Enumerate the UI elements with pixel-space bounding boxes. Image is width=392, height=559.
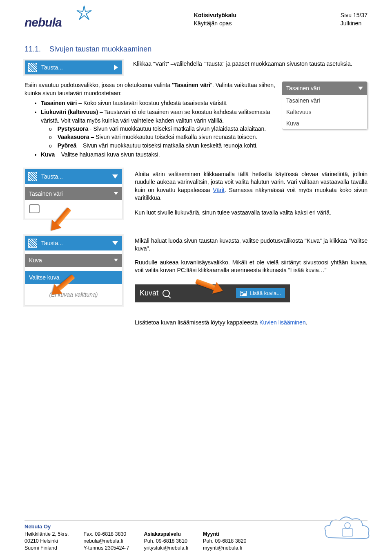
doc-title-block: Kotisivutyökalu Käyttäjän opas (194, 11, 236, 27)
section-heading: 11.1. Sivujen taustan muokkaaminen (24, 45, 368, 54)
section-number: 11.1. (24, 45, 47, 54)
chevron-down-icon (112, 174, 118, 179)
chevron-right-icon (114, 65, 118, 70)
dropdown-option[interactable]: Kuva (282, 118, 367, 129)
list-item: Pyöreä – Sivun väri muokkautuu toiseksi … (49, 141, 368, 150)
classification: Julkinen (341, 20, 368, 28)
tausta-button-label: Tausta... (41, 173, 63, 180)
color-swatch-row (25, 200, 122, 219)
nebula-logo: nebula (24, 8, 90, 33)
page-footer: Nebula Oy Heikkiläntie 2, 5krs.00210 Hel… (24, 520, 368, 552)
kuvien-link[interactable]: Kuvien lisääminen (259, 319, 306, 326)
hatch-icon (28, 239, 37, 248)
tausta-panel-color: Tausta... Tasainen väri (24, 169, 122, 219)
empty-state-label: (Ei kuvaa valittuna) (25, 284, 122, 305)
tasainen-dropdown[interactable]: Tasainen väri Tasainen väri Kaltevuus Ku… (282, 81, 368, 130)
paragraph: Mikäli haluat luoda sivun taustan kuvast… (135, 237, 368, 253)
footer-company: Nebula Oy (24, 523, 368, 530)
section-title: Sivujen taustan muokkaaminen (49, 45, 151, 53)
footer-col: MyyntiPuh. 09-6818 3820myynti@nebula.fi (203, 531, 246, 552)
hatch-icon (28, 172, 37, 181)
image-icon (240, 291, 247, 296)
chevron-down-icon (114, 192, 118, 195)
dropdown-option[interactable]: Kaltevuus (282, 106, 367, 118)
list-item: Kuva – Valitse haluamasi kuva sivun taus… (41, 150, 368, 159)
tausta-panel-kuva: Tausta... Kuva Valitse kuva (Ei kuvaa va… (24, 235, 122, 306)
paragraph: Lisätietoa kuvan lisäämisestä löytyy kap… (135, 319, 368, 327)
dropdown-row[interactable]: Kuva (25, 254, 122, 267)
star-icon (76, 5, 92, 21)
list-item: Vaakasuora – Sivun väri muokkautuu toise… (49, 133, 368, 141)
doc-subtitle: Käyttäjän opas (194, 20, 236, 28)
dropdown-selected: Tasainen väri (286, 85, 320, 92)
add-images-button[interactable]: Lisää kuvia... (236, 288, 285, 298)
footer-col: Fax. 09-6818 3830nebula@nebula.fiY-tunnu… (83, 531, 129, 552)
varit-link[interactable]: Värit (213, 187, 225, 193)
doc-meta: Sivu 15/37 Julkinen (341, 11, 368, 27)
tausta-button[interactable]: Tausta... (24, 60, 122, 75)
footer-col: Heikkiläntie 2, 5krs.00210 HelsinkiSuomi… (24, 531, 69, 552)
dropdown-header[interactable]: Tasainen väri (282, 82, 367, 95)
page-header: nebula Kotisivutyökalu Käyttäjän opas Si… (24, 8, 368, 33)
color-swatch[interactable] (29, 204, 40, 213)
doc-title: Kotisivutyökalu (194, 11, 236, 20)
tausta-button[interactable]: Tausta... (25, 169, 122, 184)
chevron-down-icon (358, 87, 363, 90)
tausta-button-label: Tausta... (41, 240, 63, 246)
tausta-button[interactable]: Tausta... (25, 236, 122, 250)
paragraph: Aloita värin valitseminen klikkaamalla t… (135, 170, 368, 202)
search-icon[interactable] (163, 290, 170, 297)
paragraph: Kun luot sivulle liukuväriä, sinun tulee… (135, 209, 368, 217)
dropdown-row[interactable]: Tasainen väri (25, 187, 122, 200)
paragraph: Ruudulle aukeaa kuvanlisäysvalikko. Mikä… (135, 259, 368, 275)
footer-col: AsiakaspalveluPuh. 09-6818 3810yritystuk… (144, 531, 189, 552)
hatch-icon (28, 63, 37, 72)
page-number: Sivu 15/37 (341, 11, 368, 20)
chevron-down-icon (114, 259, 118, 262)
kuvat-title: Kuvat (140, 289, 158, 297)
dropdown-option[interactable]: Tasainen väri (282, 95, 367, 106)
tausta-button-label: Tausta... (41, 64, 63, 71)
chevron-down-icon (112, 241, 118, 245)
intro-paragraph: Klikkaa "Värit" –välilehdellä "Tausta" j… (133, 60, 368, 68)
